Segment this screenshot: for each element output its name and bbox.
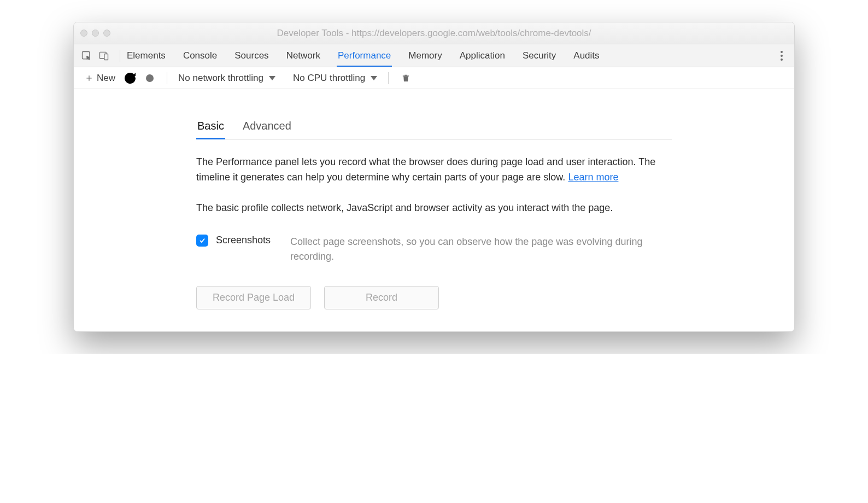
tab-performance[interactable]: Performance [337, 45, 392, 67]
performance-panel: Basic Advanced The Performance panel let… [74, 89, 794, 331]
network-throttling-select[interactable]: No network throttling [176, 73, 278, 84]
main-tabstrip: Elements Console Sources Network Perform… [74, 44, 794, 67]
reload-button[interactable] [122, 70, 138, 86]
chevron-down-icon [269, 76, 275, 80]
traffic-lights [80, 30, 110, 37]
tab-network[interactable]: Network [285, 45, 321, 67]
option-label: Screenshots [216, 235, 271, 246]
option-description: Collect page screenshots, so you can obs… [290, 235, 672, 264]
window-titlebar: Developer Tools - https://developers.goo… [74, 22, 794, 44]
check-icon [198, 237, 206, 244]
new-label: New [97, 73, 115, 84]
traffic-zoom[interactable] [103, 30, 110, 37]
performance-toolbar: New No network throttling No CPU throttl… [74, 67, 794, 89]
device-toolbar-icon[interactable] [97, 49, 111, 63]
separator [120, 50, 120, 62]
screenshots-checkbox[interactable] [196, 235, 208, 247]
profile-subtabs: Basic Advanced [196, 116, 672, 139]
more-menu-icon[interactable] [775, 51, 789, 61]
inspect-element-icon[interactable] [79, 49, 93, 63]
trash-icon [401, 73, 410, 83]
separator [167, 72, 167, 84]
tab-application[interactable]: Application [459, 45, 506, 67]
record-icon [146, 74, 154, 82]
separator [388, 72, 389, 84]
tab-security[interactable]: Security [521, 45, 557, 67]
devtools-tabs: Elements Console Sources Network Perform… [126, 45, 601, 67]
record-toggle[interactable] [142, 74, 158, 82]
chevron-down-icon [371, 76, 377, 80]
subtab-basic[interactable]: Basic [196, 116, 225, 139]
new-recording-button[interactable]: New [81, 71, 119, 85]
panel-description-1: The Performance panel lets you record wh… [196, 155, 672, 185]
record-button[interactable]: Record [324, 286, 439, 309]
record-page-load-button[interactable]: Record Page Load [196, 286, 311, 309]
tab-memory[interactable]: Memory [407, 45, 443, 67]
panel-description-2: The basic profile collects network, Java… [196, 201, 672, 216]
tab-sources[interactable]: Sources [233, 45, 269, 67]
learn-more-link[interactable]: Learn more [568, 172, 618, 183]
tab-audits[interactable]: Audits [572, 45, 600, 67]
tab-console[interactable]: Console [182, 45, 218, 67]
cpu-throttle-value: No CPU throttling [293, 73, 365, 84]
svg-rect-2 [104, 54, 108, 60]
screenshots-option: Screenshots Collect page screenshots, so… [196, 235, 672, 264]
traffic-close[interactable] [80, 30, 87, 37]
clear-button[interactable] [397, 73, 414, 83]
plus-icon [85, 74, 93, 83]
tab-elements[interactable]: Elements [126, 45, 167, 67]
devtools-window: Developer Tools - https://developers.goo… [73, 22, 795, 332]
cpu-throttling-select[interactable]: No CPU throttling [291, 73, 379, 84]
action-buttons: Record Page Load Record [196, 286, 672, 309]
reload-icon [122, 70, 138, 86]
window-title: Developer Tools - https://developers.goo… [80, 28, 788, 39]
subtab-advanced[interactable]: Advanced [242, 116, 292, 139]
network-throttle-value: No network throttling [178, 73, 263, 84]
traffic-minimize[interactable] [92, 30, 99, 37]
